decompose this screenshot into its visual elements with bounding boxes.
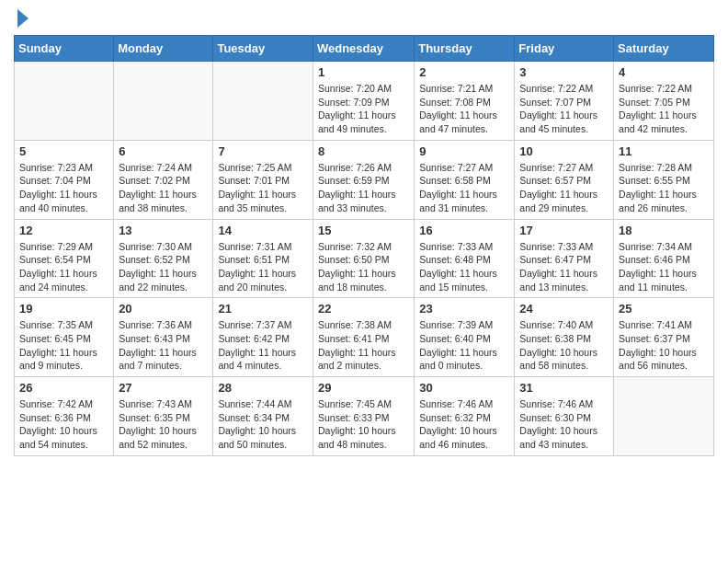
calendar-cell: 24Sunrise: 7:40 AM Sunset: 6:38 PM Dayli…	[515, 298, 614, 377]
day-info: Sunrise: 7:35 AM Sunset: 6:45 PM Dayligh…	[19, 318, 108, 373]
day-info: Sunrise: 7:23 AM Sunset: 7:04 PM Dayligh…	[19, 161, 108, 215]
calendar-cell: 14Sunrise: 7:31 AM Sunset: 6:51 PM Dayli…	[213, 219, 313, 298]
calendar-cell: 21Sunrise: 7:37 AM Sunset: 6:42 PM Dayli…	[213, 298, 313, 377]
calendar-cell: 17Sunrise: 7:33 AM Sunset: 6:47 PM Dayli…	[515, 219, 614, 298]
calendar-table: SundayMondayTuesdayWednesdayThursdayFrid…	[14, 35, 714, 456]
day-number: 23	[419, 302, 509, 316]
logo-arrow-icon	[17, 9, 28, 28]
day-info: Sunrise: 7:41 AM Sunset: 6:37 PM Dayligh…	[619, 318, 709, 373]
weekday-header-monday: Monday	[114, 36, 213, 62]
calendar-cell: 2Sunrise: 7:21 AM Sunset: 7:08 PM Daylig…	[415, 62, 515, 141]
day-info: Sunrise: 7:37 AM Sunset: 6:42 PM Dayligh…	[218, 318, 308, 373]
calendar-cell: 12Sunrise: 7:29 AM Sunset: 6:54 PM Dayli…	[15, 219, 114, 298]
day-info: Sunrise: 7:30 AM Sunset: 6:52 PM Dayligh…	[119, 240, 208, 294]
day-info: Sunrise: 7:46 AM Sunset: 6:30 PM Dayligh…	[519, 397, 609, 452]
day-number: 27	[119, 381, 208, 395]
calendar-cell: 7Sunrise: 7:25 AM Sunset: 7:01 PM Daylig…	[213, 140, 313, 219]
day-info: Sunrise: 7:33 AM Sunset: 6:47 PM Dayligh…	[519, 240, 609, 294]
day-number: 14	[218, 224, 308, 237]
calendar-cell: 6Sunrise: 7:24 AM Sunset: 7:02 PM Daylig…	[114, 140, 213, 219]
day-number: 30	[419, 381, 509, 395]
day-number: 22	[318, 302, 409, 316]
day-number: 12	[19, 224, 108, 237]
day-info: Sunrise: 7:40 AM Sunset: 6:38 PM Dayligh…	[519, 318, 609, 373]
day-info: Sunrise: 7:39 AM Sunset: 6:40 PM Dayligh…	[419, 318, 509, 373]
day-info: Sunrise: 7:21 AM Sunset: 7:08 PM Dayligh…	[419, 82, 509, 136]
day-number: 4	[619, 65, 709, 79]
day-info: Sunrise: 7:28 AM Sunset: 6:55 PM Dayligh…	[619, 161, 709, 215]
calendar-cell: 27Sunrise: 7:43 AM Sunset: 6:35 PM Dayli…	[114, 377, 213, 456]
calendar-cell: 30Sunrise: 7:46 AM Sunset: 6:32 PM Dayli…	[415, 377, 515, 456]
day-info: Sunrise: 7:20 AM Sunset: 7:09 PM Dayligh…	[318, 82, 409, 136]
weekday-header-sunday: Sunday	[15, 36, 114, 62]
weekday-header-tuesday: Tuesday	[213, 36, 313, 62]
day-number: 3	[519, 65, 609, 79]
day-info: Sunrise: 7:31 AM Sunset: 6:51 PM Dayligh…	[218, 240, 308, 294]
day-info: Sunrise: 7:42 AM Sunset: 6:36 PM Dayligh…	[19, 397, 108, 452]
day-info: Sunrise: 7:36 AM Sunset: 6:43 PM Dayligh…	[119, 318, 208, 373]
day-info: Sunrise: 7:45 AM Sunset: 6:33 PM Dayligh…	[318, 397, 409, 452]
calendar-cell: 31Sunrise: 7:46 AM Sunset: 6:30 PM Dayli…	[515, 377, 614, 456]
day-info: Sunrise: 7:43 AM Sunset: 6:35 PM Dayligh…	[119, 397, 208, 452]
day-number: 9	[419, 144, 509, 158]
calendar-cell: 26Sunrise: 7:42 AM Sunset: 6:36 PM Dayli…	[15, 377, 114, 456]
calendar-week-row: 1Sunrise: 7:20 AM Sunset: 7:09 PM Daylig…	[15, 62, 714, 141]
day-number: 28	[218, 381, 308, 395]
day-number: 11	[619, 144, 709, 158]
calendar-cell: 23Sunrise: 7:39 AM Sunset: 6:40 PM Dayli…	[415, 298, 515, 377]
calendar-cell: 9Sunrise: 7:27 AM Sunset: 6:58 PM Daylig…	[415, 140, 515, 219]
calendar-cell: 16Sunrise: 7:33 AM Sunset: 6:48 PM Dayli…	[415, 219, 515, 298]
day-info: Sunrise: 7:24 AM Sunset: 7:02 PM Dayligh…	[119, 161, 208, 215]
calendar-cell: 11Sunrise: 7:28 AM Sunset: 6:55 PM Dayli…	[614, 140, 714, 219]
calendar-cell	[213, 62, 313, 141]
day-number: 10	[519, 144, 609, 158]
day-info: Sunrise: 7:27 AM Sunset: 6:58 PM Dayligh…	[419, 161, 509, 215]
day-info: Sunrise: 7:29 AM Sunset: 6:54 PM Dayligh…	[19, 240, 108, 294]
day-info: Sunrise: 7:22 AM Sunset: 7:07 PM Dayligh…	[519, 82, 609, 136]
day-info: Sunrise: 7:44 AM Sunset: 6:34 PM Dayligh…	[218, 397, 308, 452]
day-info: Sunrise: 7:27 AM Sunset: 6:57 PM Dayligh…	[519, 161, 609, 215]
logo	[14, 9, 28, 28]
calendar-cell: 1Sunrise: 7:20 AM Sunset: 7:09 PM Daylig…	[313, 62, 414, 141]
calendar-week-row: 12Sunrise: 7:29 AM Sunset: 6:54 PM Dayli…	[15, 219, 714, 298]
day-number: 18	[619, 224, 709, 237]
day-number: 1	[318, 65, 409, 79]
calendar-week-row: 5Sunrise: 7:23 AM Sunset: 7:04 PM Daylig…	[15, 140, 714, 219]
day-number: 8	[318, 144, 409, 158]
day-number: 7	[218, 144, 308, 158]
calendar-week-row: 26Sunrise: 7:42 AM Sunset: 6:36 PM Dayli…	[15, 377, 714, 456]
day-number: 26	[19, 381, 108, 395]
day-info: Sunrise: 7:32 AM Sunset: 6:50 PM Dayligh…	[318, 240, 409, 294]
calendar-cell: 5Sunrise: 7:23 AM Sunset: 7:04 PM Daylig…	[15, 140, 114, 219]
day-number: 21	[218, 302, 308, 316]
day-info: Sunrise: 7:34 AM Sunset: 6:46 PM Dayligh…	[619, 240, 709, 294]
weekday-header-friday: Friday	[515, 36, 614, 62]
day-number: 24	[519, 302, 609, 316]
weekday-header-saturday: Saturday	[614, 36, 714, 62]
calendar-cell: 13Sunrise: 7:30 AM Sunset: 6:52 PM Dayli…	[114, 219, 213, 298]
calendar-cell	[15, 62, 114, 141]
calendar-cell: 3Sunrise: 7:22 AM Sunset: 7:07 PM Daylig…	[515, 62, 614, 141]
day-info: Sunrise: 7:22 AM Sunset: 7:05 PM Dayligh…	[619, 82, 709, 136]
weekday-header-row: SundayMondayTuesdayWednesdayThursdayFrid…	[15, 36, 714, 62]
calendar-cell: 29Sunrise: 7:45 AM Sunset: 6:33 PM Dayli…	[313, 377, 414, 456]
day-number: 13	[119, 224, 208, 237]
day-number: 6	[119, 144, 208, 158]
weekday-header-thursday: Thursday	[415, 36, 515, 62]
day-info: Sunrise: 7:46 AM Sunset: 6:32 PM Dayligh…	[419, 397, 509, 452]
day-number: 20	[119, 302, 208, 316]
calendar-cell: 18Sunrise: 7:34 AM Sunset: 6:46 PM Dayli…	[614, 219, 714, 298]
day-number: 31	[519, 381, 609, 395]
day-info: Sunrise: 7:33 AM Sunset: 6:48 PM Dayligh…	[419, 240, 509, 294]
calendar-cell: 8Sunrise: 7:26 AM Sunset: 6:59 PM Daylig…	[313, 140, 414, 219]
day-number: 2	[419, 65, 509, 79]
calendar-cell: 22Sunrise: 7:38 AM Sunset: 6:41 PM Dayli…	[313, 298, 414, 377]
day-info: Sunrise: 7:26 AM Sunset: 6:59 PM Dayligh…	[318, 161, 409, 215]
day-number: 25	[619, 302, 709, 316]
day-number: 15	[318, 224, 409, 237]
day-number: 17	[519, 224, 609, 237]
calendar-cell: 25Sunrise: 7:41 AM Sunset: 6:37 PM Dayli…	[614, 298, 714, 377]
weekday-header-wednesday: Wednesday	[313, 36, 414, 62]
day-number: 5	[19, 144, 108, 158]
calendar-cell: 20Sunrise: 7:36 AM Sunset: 6:43 PM Dayli…	[114, 298, 213, 377]
